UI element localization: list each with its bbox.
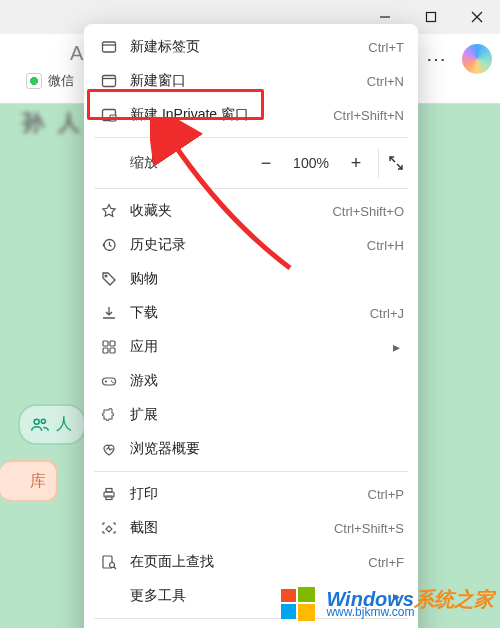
pill2-label: 库 — [30, 471, 46, 492]
find-icon — [98, 554, 120, 570]
svg-rect-20 — [103, 378, 116, 385]
menu-label: 打印 — [120, 485, 368, 503]
svg-rect-17 — [110, 341, 115, 346]
pulse-icon — [98, 441, 120, 457]
fullscreen-icon — [388, 155, 404, 171]
zoom-label: 缩放 — [130, 154, 248, 172]
watermark-url: www.bjkmw.com — [326, 606, 414, 619]
inprivate-icon — [98, 107, 120, 123]
menu-shortcut: Ctrl+Shift+S — [334, 521, 404, 536]
tab-icon — [98, 39, 120, 55]
copilot-icon[interactable] — [462, 44, 492, 74]
fullscreen-button[interactable] — [378, 148, 412, 178]
download-icon — [98, 305, 120, 321]
menu-history[interactable]: 历史记录 Ctrl+H — [84, 228, 418, 262]
menu-label: 新建 InPrivate 窗口 — [120, 106, 333, 124]
menu-label: 浏览器概要 — [120, 440, 404, 458]
menu-shortcut: Ctrl+N — [367, 74, 404, 89]
svg-rect-26 — [106, 489, 112, 493]
floating-pill-1[interactable]: 人 — [18, 404, 86, 445]
menu-new-window[interactable]: 新建窗口 Ctrl+N — [84, 64, 418, 98]
menu-shortcut: Ctrl+F — [368, 555, 404, 570]
svg-line-30 — [114, 567, 116, 569]
window-close-button[interactable] — [454, 0, 500, 34]
history-icon — [98, 237, 120, 253]
menu-label: 游戏 — [120, 372, 404, 390]
window-icon — [98, 73, 120, 89]
menu-shortcut: Ctrl+Shift+N — [333, 108, 404, 123]
windows-logo-icon — [278, 584, 318, 624]
menu-label: 新建窗口 — [120, 72, 367, 90]
svg-rect-35 — [298, 587, 315, 602]
svg-rect-19 — [110, 348, 115, 353]
svg-point-23 — [111, 380, 113, 382]
menu-label: 下载 — [120, 304, 370, 322]
menu-label: 新建标签页 — [120, 38, 368, 56]
apps-icon — [98, 339, 120, 355]
menu-extensions[interactable]: 扩展 — [84, 398, 418, 432]
print-icon — [98, 486, 120, 502]
menu-label: 收藏夹 — [120, 202, 332, 220]
menu-label: 截图 — [120, 519, 334, 537]
menu-apps[interactable]: 应用 ▸ — [84, 330, 418, 364]
menu-label: 历史记录 — [120, 236, 367, 254]
menu-shortcut: Ctrl+J — [370, 306, 404, 321]
svg-point-24 — [112, 382, 114, 384]
menu-separator — [94, 137, 408, 138]
star-icon — [98, 203, 120, 219]
zoom-out-button[interactable]: − — [248, 148, 284, 178]
menu-shortcut: Ctrl+H — [367, 238, 404, 253]
game-icon — [98, 373, 120, 389]
menu-print[interactable]: 打印 Ctrl+P — [84, 477, 418, 511]
tag-icon — [98, 271, 120, 287]
pill-label: 人 — [56, 414, 72, 435]
menu-shortcut: Ctrl+Shift+O — [332, 204, 404, 219]
menu-zoom-row: 缩放 − 100% + — [84, 143, 418, 183]
svg-point-29 — [110, 563, 115, 568]
more-button[interactable]: ⋯ — [420, 42, 454, 76]
svg-rect-27 — [106, 496, 112, 500]
menu-browser-essentials[interactable]: 浏览器概要 — [84, 432, 418, 466]
menu-games[interactable]: 游戏 — [84, 364, 418, 398]
people-icon — [30, 415, 50, 435]
zoom-in-button[interactable]: + — [338, 148, 374, 178]
svg-rect-1 — [427, 13, 436, 22]
svg-point-15 — [105, 275, 107, 277]
menu-new-tab[interactable]: 新建标签页 Ctrl+T — [84, 30, 418, 64]
svg-rect-36 — [281, 604, 296, 619]
menu-label: 应用 — [120, 338, 388, 356]
menu-downloads[interactable]: 下载 Ctrl+J — [84, 296, 418, 330]
watermark-sub: 系统之家 — [414, 588, 494, 610]
svg-rect-37 — [298, 604, 315, 621]
menu-find[interactable]: 在页面上查找 Ctrl+F — [84, 545, 418, 579]
menu-favorites[interactable]: 收藏夹 Ctrl+Shift+O — [84, 194, 418, 228]
menu-label: 扩展 — [120, 406, 404, 424]
puzzle-icon — [98, 407, 120, 423]
svg-rect-4 — [103, 42, 116, 52]
menu-screenshot[interactable]: 截图 Ctrl+Shift+S — [84, 511, 418, 545]
menu-new-inprivate[interactable]: 新建 InPrivate 窗口 Ctrl+Shift+N — [84, 98, 418, 132]
blurred-text: 孙 人 — [22, 108, 84, 138]
menu-label: 购物 — [120, 270, 404, 288]
screenshot-icon — [98, 520, 120, 536]
svg-rect-6 — [103, 76, 116, 87]
menu-shopping[interactable]: 购物 — [84, 262, 418, 296]
menu-separator — [94, 188, 408, 189]
floating-pill-2[interactable]: 库 — [0, 460, 58, 502]
svg-line-13 — [397, 164, 402, 169]
wechat-favicon-icon — [26, 73, 42, 89]
address-letter: A — [70, 42, 83, 65]
menu-separator — [94, 471, 408, 472]
browser-menu: 新建标签页 Ctrl+T 新建窗口 Ctrl+N 新建 InPrivate 窗口… — [84, 24, 418, 628]
svg-rect-34 — [281, 589, 296, 602]
tab-title: 微信 — [48, 72, 74, 90]
svg-line-12 — [390, 157, 395, 162]
zoom-percent: 100% — [284, 155, 338, 171]
svg-rect-18 — [103, 348, 108, 353]
chevron-right-icon: ▸ — [388, 339, 404, 355]
menu-settings[interactable]: 设置 — [84, 624, 418, 628]
watermark: Windows系统之家 www.bjkmw.com — [278, 584, 494, 624]
browser-tab[interactable]: 微信 — [26, 72, 74, 90]
menu-shortcut: Ctrl+P — [368, 487, 404, 502]
menu-shortcut: Ctrl+T — [368, 40, 404, 55]
